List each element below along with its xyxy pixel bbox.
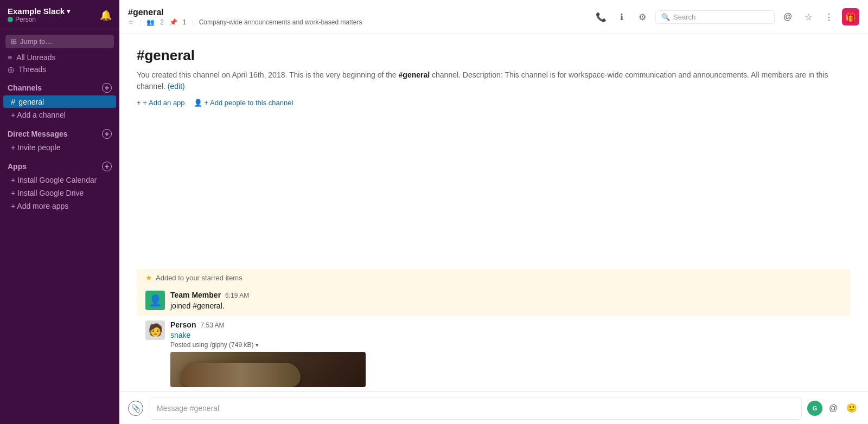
main-content: #general ☆ | 👥 2 📌 1 | Company-wide anno… (119, 0, 868, 424)
channels-section-label: Channels (8, 83, 42, 92)
apps-section-label: Apps (8, 162, 27, 171)
person-message-content: Person 7:53 AM snake Posted using /giphy… (170, 320, 842, 387)
apps-section-header[interactable]: Apps + (0, 154, 119, 174)
threads-label: Threads (18, 65, 46, 74)
starred-star-icon: ★ (145, 273, 152, 282)
pins-count: 1 (183, 18, 187, 26)
team-member-author: Team Member (170, 291, 221, 299)
giphy-button[interactable]: G (807, 401, 822, 416)
more-icon[interactable]: ⋮ (821, 9, 837, 24)
channel-description: You created this channel on April 16th, … (137, 69, 851, 92)
channel-meta: ☆ | 👥 2 📌 1 | Company-wide announcements… (128, 18, 587, 26)
search-bar[interactable]: 🔍 Search (655, 10, 775, 24)
sidebar: Example Slack ▾ Person 🔔 ⊞ Jump to… ≡ Al… (0, 0, 119, 424)
edit-link[interactable]: (edit) (168, 82, 185, 91)
desc-bold: #general (399, 70, 430, 79)
info-icon[interactable]: ℹ (614, 9, 629, 24)
direct-messages-section-label: Direct Messages (8, 130, 68, 138)
gif-container (170, 352, 366, 387)
at-icon[interactable]: @ (780, 9, 795, 24)
channel-actions: + + Add an app 👤 + Add people to this ch… (137, 99, 851, 107)
sidebar-item-threads[interactable]: ◎ Threads (0, 63, 119, 75)
topbar-channel-name: #general (128, 8, 587, 17)
add-app-icon[interactable]: + (102, 162, 112, 171)
members-icon: 👥 (146, 18, 155, 26)
install-google-calendar-link[interactable]: + Install Google Calendar (3, 174, 116, 186)
channel-description-short: Company-wide announcements and work-base… (199, 18, 362, 26)
threads-icon: ◎ (8, 65, 14, 74)
message-input-field[interactable]: Message #general (149, 397, 802, 420)
starred-notice-text: Added to your starred items (156, 274, 242, 282)
giphy-dropdown-icon[interactable]: ▾ (256, 342, 259, 349)
team-member-time: 6:19 AM (225, 292, 249, 299)
members-count: 2 (160, 18, 164, 26)
add-icon: + (137, 99, 141, 107)
add-channel-icon[interactable]: + (102, 83, 112, 93)
at-input-icon[interactable]: @ (826, 401, 841, 416)
person-time: 7:53 AM (200, 322, 224, 329)
giphy-label: Posted using /giphy (749 kB) ▾ (170, 341, 842, 349)
topbar: #general ☆ | 👥 2 📌 1 | Company-wide anno… (119, 0, 868, 34)
person-message-header: Person 7:53 AM (170, 320, 842, 329)
giphy-label-text: Posted using /giphy (749 kB) (170, 341, 253, 349)
sidebar-item-all-unreads[interactable]: ≡ All Unreads (0, 52, 119, 63)
message-group-person: 🧑 Person 7:53 AM snake Posted using /gip… (137, 316, 851, 391)
status-dot-icon (8, 17, 13, 22)
add-people-label: + Add people to this channel (205, 99, 293, 107)
add-channel-link[interactable]: + Add a channel (3, 109, 116, 121)
person-avatar: 🧑 (145, 320, 165, 340)
channel-hash-icon: # (11, 97, 15, 106)
add-dm-icon[interactable]: + (102, 129, 112, 139)
jump-to-label: Jump to… (20, 37, 52, 46)
channel-title-area: #general ☆ | 👥 2 📌 1 | Company-wide anno… (128, 8, 587, 26)
install-gcal-label: + Install Google Calendar (11, 176, 97, 184)
star-topbar-icon[interactable]: ☆ (801, 9, 816, 24)
team-member-message-content: Team Member 6:19 AM joined #general. (170, 291, 842, 312)
notification-bell-icon[interactable]: 🔔 (100, 9, 112, 21)
workspace-name[interactable]: Example Slack ▾ (8, 7, 70, 16)
add-app-button[interactable]: + + Add an app (137, 99, 185, 107)
phone-icon[interactable]: 📞 (593, 9, 609, 24)
user-name-label: Person (15, 16, 36, 23)
add-app-label: + Add an app (143, 99, 185, 107)
channel-welcome-title: #general (137, 47, 851, 64)
direct-messages-section-header[interactable]: Direct Messages + (0, 121, 119, 141)
input-right-icons: G @ 🙂 (807, 401, 859, 416)
search-icon: 🔍 (661, 13, 670, 21)
add-more-apps-label: + Add more apps (11, 202, 68, 210)
pins-icon: 📌 (169, 18, 177, 26)
team-member-text: joined #general. (170, 300, 842, 312)
search-placeholder: Search (673, 13, 695, 21)
jump-icon: ⊞ (11, 37, 17, 46)
invite-people-link[interactable]: + Invite people (3, 142, 116, 153)
add-channel-link-label: + Add a channel (11, 111, 66, 119)
channels-section-header[interactable]: Channels + (0, 75, 119, 95)
settings-icon[interactable]: ⚙ (635, 9, 650, 24)
add-people-button[interactable]: 👤 + Add people to this channel (194, 99, 293, 107)
channel-general-label: general (18, 98, 44, 106)
message-input-bar: 📎 Message #general G @ 🙂 (119, 391, 868, 424)
person-icon: 👤 (194, 99, 202, 107)
snake-link[interactable]: snake (170, 331, 190, 339)
invite-people-label: + Invite people (11, 143, 60, 152)
add-more-apps-link[interactable]: + Add more apps (3, 200, 116, 212)
team-member-avatar: 👤 (145, 291, 165, 310)
star-icon[interactable]: ☆ (128, 18, 134, 26)
spacer (137, 118, 851, 269)
emoji-input-icon[interactable]: 🙂 (844, 401, 859, 416)
person-author: Person (170, 320, 196, 329)
sidebar-item-general[interactable]: # general (3, 95, 116, 108)
all-unreads-label: All Unreads (16, 53, 55, 62)
install-google-drive-link[interactable]: + Install Google Drive (3, 187, 116, 199)
jump-to-button[interactable]: ⊞ Jump to… (5, 35, 114, 48)
user-status: Person (8, 16, 70, 23)
chat-area: #general You created this channel on Apr… (119, 34, 868, 391)
gift-button[interactable]: 🎁 (842, 8, 859, 25)
starred-notice: ★ Added to your starred items (137, 269, 851, 286)
message-group-team-member: 👤 Team Member 6:19 AM joined #general. (137, 286, 851, 316)
install-gdrive-label: + Install Google Drive (11, 189, 84, 197)
attach-button[interactable]: 📎 (128, 401, 143, 416)
workspace-name-label: Example Slack (8, 7, 65, 16)
snake-gif (170, 352, 366, 387)
sidebar-header: Example Slack ▾ Person 🔔 (0, 0, 119, 29)
